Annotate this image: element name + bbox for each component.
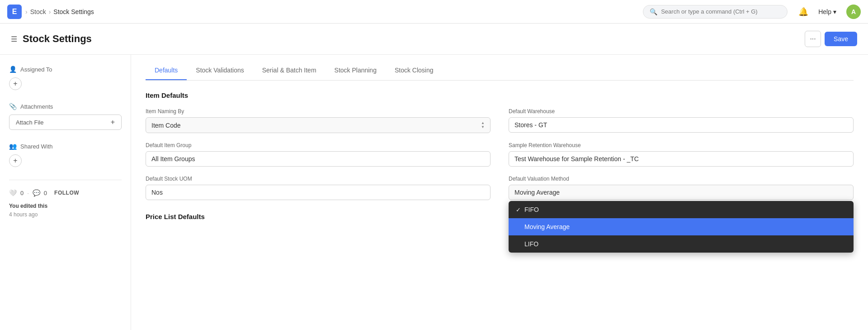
page-header-row: ☰ Stock Settings ··· Save <box>0 24 868 55</box>
help-button[interactable]: Help ▾ <box>814 5 841 18</box>
paperclip-icon: 📎 <box>9 103 17 110</box>
default-item-group-input[interactable] <box>146 151 491 167</box>
nav-actions: 🔔 Help ▾ A <box>798 5 861 19</box>
default-stock-uom-label: Default Stock UOM <box>146 176 491 182</box>
attach-file-label: Attach File <box>16 119 43 126</box>
follow-button[interactable]: FOLLOW <box>54 190 79 196</box>
save-button[interactable]: Save <box>825 32 857 46</box>
check-icon-fifo: ✓ <box>516 206 521 213</box>
heart-icon: 🤍 <box>9 189 17 196</box>
app-logo[interactable]: E <box>7 5 22 19</box>
shared-with-section: 👥 Shared With + <box>9 143 122 167</box>
edit-info: You edited this 4 hours ago <box>9 202 122 219</box>
dropdown-moving-average-label: Moving Average <box>524 223 570 230</box>
help-label: Help <box>818 8 831 15</box>
attachments-section: 📎 Attachments Attach File + <box>9 103 122 130</box>
dot-separator: · <box>27 190 29 196</box>
divider <box>9 180 122 180</box>
sample-retention-warehouse-field: Sample Retention Warehouse <box>509 142 854 167</box>
search-bar[interactable]: 🔍 <box>643 5 788 19</box>
spinner-arrows: ▲ ▼ <box>481 121 485 129</box>
sample-retention-warehouse-label: Sample Retention Warehouse <box>509 142 854 148</box>
dropdown-lifo-label: LIFO <box>524 240 538 248</box>
page-wrapper: ☰ Stock Settings ··· Save 👤 Assigned To … <box>0 24 868 330</box>
header-actions: ··· Save <box>805 31 857 47</box>
add-shared-with-button[interactable]: + <box>9 154 22 167</box>
default-valuation-method-field: Default Valuation Method ✓ FIFO ✓ Moving… <box>509 176 854 200</box>
tab-stock-closing[interactable]: Stock Closing <box>386 62 443 80</box>
dropdown-option-moving-average[interactable]: ✓ Moving Average <box>509 218 854 235</box>
item-naming-by-label: Item Naming By <box>146 108 491 115</box>
add-assigned-to-button[interactable]: + <box>9 77 22 90</box>
attach-plus-icon: + <box>111 118 115 126</box>
notifications-button[interactable]: 🔔 <box>798 7 808 17</box>
item-naming-by-value: Item Code <box>151 122 181 129</box>
breadcrumb-sep-2: › <box>49 8 51 15</box>
sidebar-panel: 👤 Assigned To + 📎 Attachments Attach Fil… <box>0 55 131 330</box>
default-warehouse-field: Default Warehouse <box>509 108 854 133</box>
top-nav: E › Stock › Stock Settings 🔍 🔔 Help ▾ A <box>0 0 868 24</box>
attachments-label: 📎 Attachments <box>9 103 122 110</box>
tabs-bar: Defaults Stock Validations Serial & Batc… <box>146 55 854 81</box>
spinner-down-icon: ▼ <box>481 125 485 129</box>
tab-defaults[interactable]: Defaults <box>146 62 187 80</box>
form-panel: Defaults Stock Validations Serial & Batc… <box>131 55 868 330</box>
person-icon: 👤 <box>9 66 17 73</box>
comments-count: 0 <box>44 190 47 196</box>
default-item-group-label: Default Item Group <box>146 142 491 148</box>
tab-stock-planning[interactable]: Stock Planning <box>326 62 386 80</box>
assigned-to-section: 👤 Assigned To + <box>9 66 122 90</box>
search-icon: 🔍 <box>650 8 657 15</box>
search-input[interactable] <box>661 8 781 15</box>
assigned-to-label: 👤 Assigned To <box>9 66 122 73</box>
dropdown-fifo-label: FIFO <box>524 206 539 213</box>
edit-info-time: 4 hours ago <box>9 211 38 218</box>
tab-stock-validations[interactable]: Stock Validations <box>187 62 253 80</box>
breadcrumb-current: Stock Settings <box>53 8 94 15</box>
likes-count: 0 <box>20 190 24 196</box>
valuation-dropdown-menu: ✓ FIFO ✓ Moving Average ✓ LIFO <box>509 201 854 253</box>
item-defaults-grid: Item Naming By Item Code ▲ ▼ Default War… <box>146 108 854 200</box>
page-title: Stock Settings <box>23 33 92 45</box>
item-naming-by-field: Item Naming By Item Code ▲ ▼ <box>146 108 491 133</box>
spinner-up-icon: ▲ <box>481 121 485 125</box>
comment-icon: 💬 <box>33 189 40 196</box>
dropdown-option-fifo[interactable]: ✓ FIFO <box>509 201 854 218</box>
social-row: 🤍 0 · 💬 0 FOLLOW <box>9 189 122 196</box>
default-valuation-method-label: Default Valuation Method <box>509 176 854 182</box>
breadcrumb-stock[interactable]: Stock <box>30 8 46 15</box>
breadcrumb-sep-1: › <box>25 8 28 15</box>
more-options-button[interactable]: ··· <box>805 31 821 47</box>
main-content: ☰ Stock Settings ··· Save 👤 Assigned To … <box>0 24 868 330</box>
hamburger-icon[interactable]: ☰ <box>11 35 17 43</box>
shared-with-label: 👥 Shared With <box>9 143 122 150</box>
sample-retention-warehouse-input[interactable] <box>509 151 854 167</box>
item-defaults-title: Item Defaults <box>146 91 854 99</box>
default-item-group-field: Default Item Group <box>146 142 491 167</box>
default-stock-uom-input[interactable] <box>146 185 491 200</box>
item-naming-by-input[interactable]: Item Code ▲ ▼ <box>146 117 491 133</box>
default-warehouse-label: Default Warehouse <box>509 108 854 115</box>
dropdown-option-lifo[interactable]: ✓ LIFO <box>509 235 854 253</box>
edit-info-user: You edited this <box>9 203 47 209</box>
tab-serial-batch[interactable]: Serial & Batch Item <box>253 62 326 80</box>
avatar[interactable]: A <box>846 5 861 19</box>
content-body: 👤 Assigned To + 📎 Attachments Attach Fil… <box>0 55 868 330</box>
help-chevron-icon: ▾ <box>833 8 836 15</box>
attach-file-button[interactable]: Attach File + <box>9 115 122 130</box>
default-valuation-method-input[interactable] <box>509 185 854 200</box>
shared-icon: 👥 <box>9 143 17 150</box>
breadcrumb: › Stock › Stock Settings <box>25 8 94 15</box>
default-warehouse-input[interactable] <box>509 117 854 133</box>
default-stock-uom-field: Default Stock UOM <box>146 176 491 200</box>
